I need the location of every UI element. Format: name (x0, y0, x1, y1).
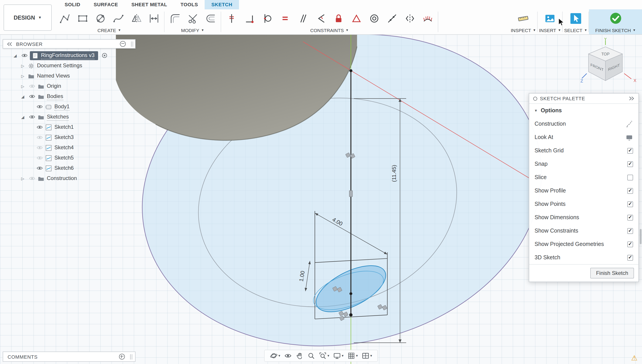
browser-item-sketch6[interactable]: Sketch6 (3, 163, 108, 173)
viewports-button[interactable]: ▾ (361, 352, 373, 360)
look-at-icon[interactable] (625, 134, 633, 141)
tab-surface[interactable]: SURFACE (87, 0, 125, 9)
design-menu-button[interactable]: DESIGN ▼ (4, 4, 52, 31)
collapse-panel-icon[interactable] (7, 42, 13, 46)
rectangle-button[interactable] (74, 10, 91, 26)
panel-drag-grip[interactable] (130, 354, 131, 359)
collapse-right-icon[interactable] (629, 96, 634, 101)
checkbox-show-projected-geometries[interactable] (627, 241, 633, 247)
orbit-button[interactable]: ▾ (269, 352, 281, 360)
zoom-button[interactable] (307, 352, 316, 360)
checkbox-3d-sketch[interactable] (627, 254, 633, 260)
expand-arrow-icon[interactable]: ▷ (18, 64, 27, 68)
dimension-reference-label[interactable]: (11.45) (391, 165, 397, 182)
node-label[interactable]: Named Views (37, 72, 70, 79)
visibility-eye-icon[interactable] (27, 114, 37, 120)
constraint-perpendicular-button[interactable] (312, 10, 329, 26)
expand-arrow-icon[interactable]: ▷ (18, 176, 27, 181)
browser-item-sketches[interactable]: ◢Sketches (3, 112, 108, 122)
radio-target-icon[interactable] (102, 52, 108, 58)
group-label-insert[interactable]: INSERT▼ (539, 27, 561, 34)
visibility-eye-icon[interactable] (35, 135, 45, 140)
node-label[interactable]: Body1 (54, 103, 70, 110)
group-label-constraints[interactable]: CONSTRAINTS▼ (310, 27, 349, 34)
visibility-eye-icon[interactable] (35, 166, 45, 171)
pan-button[interactable] (295, 352, 304, 360)
checkbox-show-constraints[interactable] (627, 228, 633, 234)
warning-icon[interactable]: ⚠ (631, 355, 637, 362)
browser-item-body1[interactable]: Body1 (3, 102, 108, 112)
visibility-eye-icon[interactable] (35, 125, 45, 130)
browser-item-sketch4[interactable]: Sketch4 (3, 142, 108, 153)
tab-sheet-metal[interactable]: SHEET METAL (125, 0, 174, 9)
expand-arrow-icon[interactable]: ▷ (18, 84, 27, 88)
node-label[interactable]: Sketches (47, 114, 69, 120)
look-at-nav-button[interactable] (283, 352, 293, 360)
browser-item-sketch1[interactable]: Sketch1 (3, 122, 108, 132)
group-label-modify[interactable]: MODIFY▼ (181, 27, 204, 34)
node-label[interactable]: Sketch1 (54, 124, 74, 130)
browser-item-ringforinstructions-v3[interactable]: ◢RingForInstructions v3 (3, 50, 108, 60)
node-label[interactable]: Sketch6 (54, 165, 74, 172)
offset-button[interactable] (202, 10, 219, 26)
checkbox-show-dimensions[interactable] (627, 214, 633, 220)
constraint-collinear-button[interactable] (383, 10, 401, 26)
constraint-equal-button[interactable] (276, 10, 294, 26)
fillet-button[interactable] (166, 10, 184, 26)
browser-item-named-views[interactable]: ▷Named Views (3, 71, 108, 81)
mirror-button[interactable] (127, 10, 145, 26)
constraint-symmetry-button[interactable] (401, 10, 419, 26)
visibility-eye-icon[interactable] (27, 94, 37, 99)
constraint-tangent-button[interactable] (258, 10, 276, 26)
expand-arrow-icon[interactable]: ▷ (18, 74, 27, 78)
checkbox-show-points[interactable] (627, 201, 633, 207)
node-label[interactable]: Bodies (47, 93, 63, 100)
node-label[interactable]: Sketch5 (54, 154, 74, 161)
visibility-eye-icon[interactable] (35, 104, 45, 109)
browser-item-sketch3[interactable]: Sketch3 (3, 132, 108, 142)
browser-item-origin[interactable]: ▷Origin (3, 81, 108, 91)
tab-tools[interactable]: TOOLS (174, 0, 205, 9)
comments-bar[interactable]: COMMENTS (3, 352, 136, 362)
constraint-parallel-button[interactable] (294, 10, 312, 26)
constraint-horizontal-vertical-button[interactable] (223, 10, 240, 26)
grid-display-button[interactable]: ▾ (347, 352, 359, 360)
visibility-eye-icon[interactable] (35, 156, 45, 160)
finish-sketch-button[interactable] (606, 10, 624, 26)
display-settings-button[interactable]: ▾ (332, 352, 344, 360)
finish-sketch-button[interactable]: Finish Sketch (590, 268, 634, 278)
collapse-arrow-icon[interactable]: ◢ (18, 115, 27, 119)
node-label[interactable]: Origin (47, 83, 61, 90)
visibility-eye-icon[interactable] (20, 53, 30, 58)
sketch-palette-header[interactable]: SKETCH PALETTE (529, 94, 638, 104)
line-button[interactable] (56, 10, 74, 26)
checkbox-show-profile[interactable] (627, 188, 633, 194)
node-label[interactable]: Document Settings (37, 62, 82, 69)
checkbox-slice[interactable] (627, 174, 633, 180)
selected-node-chip[interactable]: RingForInstructions v3 (30, 51, 98, 60)
insert-image-button[interactable] (541, 10, 559, 26)
dropdown-caret-icon[interactable]: ▾ (370, 354, 372, 358)
collapse-arrow-icon[interactable]: ◢ (18, 94, 27, 99)
checkbox-snap[interactable] (627, 161, 633, 167)
viewport-canvas[interactable]: (11.45) 4.00 1.00 Y TOP FRONT RIGHT X Z (0, 34, 642, 364)
options-section-header[interactable]: ▼ Options (529, 104, 638, 117)
panel-options-icon[interactable] (120, 41, 126, 47)
constraint-midpoint-button[interactable] (347, 10, 365, 26)
browser-item-document-settings[interactable]: ▷Document Settings (3, 60, 108, 71)
measure-button[interactable] (514, 10, 532, 26)
dropdown-caret-icon[interactable]: ▾ (327, 354, 329, 358)
collapse-arrow-icon[interactable]: ◢ (11, 53, 20, 58)
spline-button[interactable] (109, 10, 127, 26)
group-label-create[interactable]: CREATE▼ (98, 27, 121, 34)
group-label-select[interactable]: SELECT▼ (564, 27, 587, 34)
panel-drag-grip[interactable] (131, 41, 132, 46)
constraint-concentric-button[interactable] (365, 10, 383, 26)
constraint-coincident-button[interactable] (240, 10, 258, 26)
visibility-eye-icon[interactable] (27, 84, 37, 89)
browser-item-construction[interactable]: ▷Construction (3, 173, 108, 184)
view-cube[interactable]: Y TOP FRONT RIGHT X Z (579, 38, 637, 86)
tab-sketch[interactable]: SKETCH (205, 0, 239, 9)
construction-line-icon[interactable] (625, 120, 633, 128)
group-label-finish-sketch[interactable]: FINISH SKETCH▼ (595, 27, 636, 34)
